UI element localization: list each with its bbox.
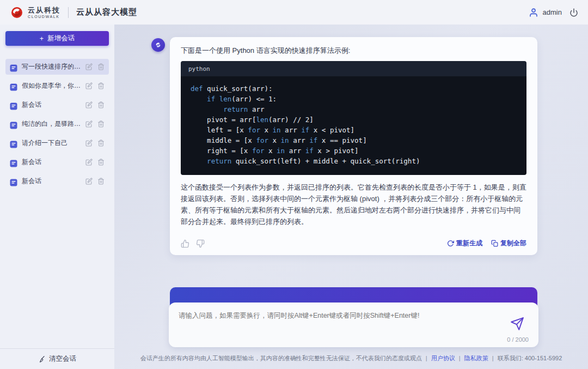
code-language-label: python bbox=[181, 61, 526, 76]
footer-disclaimer-bar: 会话产生的所有内容均由人工智能模型输出，其内容的准确性和完整性无法保证，不代表我… bbox=[114, 354, 588, 362]
username[interactable]: admin bbox=[543, 8, 562, 16]
new-chat-button[interactable]: + 新增会话 bbox=[5, 31, 109, 46]
new-chat-label: 新增会话 bbox=[47, 34, 75, 43]
delete-trash-icon[interactable] bbox=[97, 140, 105, 147]
conversation-title: 写一段快速排序的代码 bbox=[22, 62, 81, 71]
terms-link[interactable]: 用户协议 bbox=[431, 355, 455, 361]
composer-panel: 0 / 2000 bbox=[169, 303, 538, 347]
plus-icon: + bbox=[40, 35, 44, 43]
conversation-item[interactable]: 写一段快速排序的代码 bbox=[5, 59, 109, 75]
code-content[interactable]: def quick_sort(arr): if len(arr) <= 1: r… bbox=[181, 76, 526, 175]
chat-bubble-icon bbox=[10, 140, 17, 147]
copy-all-label: 复制全部 bbox=[500, 239, 526, 248]
code-block: python def quick_sort(arr): if len(arr) … bbox=[181, 61, 526, 175]
user-avatar-icon[interactable] bbox=[529, 7, 538, 17]
main-chat-area: 下面是一个使用 Python 语言实现的快速排序算法示例: python def… bbox=[114, 25, 588, 369]
brand-subtitle: CLOUDWALK bbox=[28, 15, 60, 19]
conversation-item[interactable]: 假如你是李华，你是一... bbox=[5, 78, 109, 94]
conversation-title: 新会话 bbox=[22, 158, 81, 167]
delete-trash-icon[interactable] bbox=[97, 159, 105, 166]
logout-power-icon[interactable] bbox=[569, 7, 578, 17]
message-footer: 重新生成 复制全部 bbox=[181, 234, 526, 248]
copy-all-button[interactable]: 复制全部 bbox=[491, 239, 526, 248]
thumbs-up-icon[interactable] bbox=[181, 238, 189, 248]
chat-bubble-icon bbox=[10, 120, 17, 128]
chat-bubble-icon bbox=[10, 178, 17, 185]
disclaimer-text: 会话产生的所有内容均由人工智能模型输出，其内容的准确性和完整性无法保证，不代表我… bbox=[140, 355, 422, 361]
regenerate-label: 重新生成 bbox=[456, 239, 482, 248]
cloudwalk-logo-icon bbox=[10, 5, 24, 20]
conversation-list: 写一段快速排序的代码 bbox=[0, 59, 114, 189]
assistant-message-bubble: 下面是一个使用 Python 语言实现的快速排序算法示例: python def… bbox=[170, 37, 537, 255]
message-input[interactable] bbox=[179, 312, 483, 319]
sidebar: + 新增会话 写一段快速排序的代码 bbox=[0, 25, 114, 369]
message-intro-text: 下面是一个使用 Python 语言实现的快速排序算法示例: bbox=[181, 46, 526, 56]
header-divider bbox=[68, 7, 69, 18]
delete-trash-icon[interactable] bbox=[97, 178, 105, 185]
delete-trash-icon[interactable] bbox=[97, 63, 105, 70]
regenerate-button[interactable]: 重新生成 bbox=[447, 239, 482, 248]
conversation-item[interactable]: 新会话 bbox=[5, 97, 109, 113]
conversation-item[interactable]: 请介绍一下自己 bbox=[5, 135, 109, 151]
brand-name: 云从科技 bbox=[28, 7, 60, 14]
edit-icon[interactable] bbox=[85, 159, 93, 166]
conversation-item[interactable]: 新会话 bbox=[5, 173, 109, 189]
delete-trash-icon[interactable] bbox=[97, 101, 105, 108]
conversation-title: 请介绍一下自己 bbox=[22, 138, 81, 148]
contact-text: 联系我们: 400-151-5992 bbox=[498, 355, 562, 361]
delete-trash-icon[interactable] bbox=[97, 82, 105, 89]
edit-icon[interactable] bbox=[85, 63, 93, 70]
thumbs-down-icon[interactable] bbox=[196, 238, 205, 248]
char-counter: 0 / 2000 bbox=[507, 336, 529, 343]
conversation-title: 新会话 bbox=[22, 100, 81, 110]
clear-conversations-button[interactable]: 清空会话 bbox=[0, 348, 114, 369]
chat-bubble-icon bbox=[10, 63, 17, 71]
delete-trash-icon[interactable] bbox=[97, 120, 105, 128]
message-explanation-text: 这个函数接受一个列表作为参数，并返回已排序的列表。它首先检查列表的长度是否小于等… bbox=[181, 182, 526, 227]
conversation-title: 假如你是李华，你是一... bbox=[22, 81, 81, 90]
edit-icon[interactable] bbox=[85, 120, 93, 128]
header: 云从科技 CLOUDWALK 云从从容大模型 admin bbox=[0, 0, 588, 25]
conversation-item[interactable]: 纯洁的白，是驿路梨花... bbox=[5, 116, 109, 132]
conversation-title: 新会话 bbox=[22, 177, 81, 186]
edit-icon[interactable] bbox=[85, 140, 93, 147]
chat-bubble-icon bbox=[10, 82, 17, 90]
send-icon[interactable] bbox=[510, 317, 524, 331]
clear-label: 清空会话 bbox=[49, 354, 76, 364]
ai-assistant-avatar bbox=[151, 38, 165, 52]
page-title: 云从从容大模型 bbox=[76, 7, 137, 17]
edit-icon[interactable] bbox=[85, 178, 93, 185]
conversation-item[interactable]: 新会话 bbox=[5, 154, 109, 170]
edit-icon[interactable] bbox=[85, 101, 93, 108]
brand-logo: 云从科技 CLOUDWALK bbox=[10, 5, 60, 20]
edit-icon[interactable] bbox=[85, 82, 93, 89]
clear-broom-icon bbox=[38, 355, 46, 363]
conversation-title: 纯洁的白，是驿路梨花... bbox=[22, 119, 81, 129]
chat-bubble-icon bbox=[10, 101, 17, 109]
chat-bubble-icon bbox=[10, 159, 17, 166]
privacy-link[interactable]: 隐私政策 bbox=[464, 355, 488, 361]
